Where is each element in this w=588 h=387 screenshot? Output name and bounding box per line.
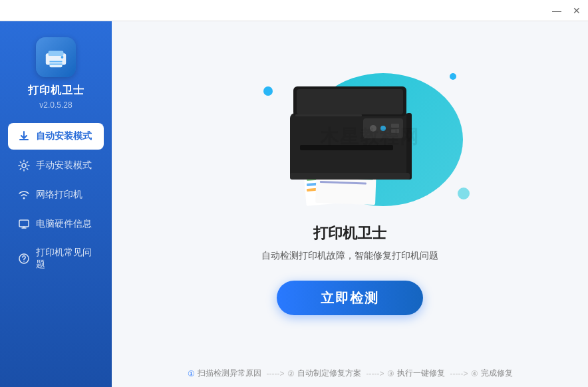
wifi-icon <box>17 188 31 201</box>
watermark: 木星教程网 <box>320 124 420 150</box>
nav-item-network-printer[interactable]: 网络打印机 <box>8 182 104 208</box>
sidebar-nav: 自动安装模式 手动安装模式 <box>0 123 112 277</box>
step-1: ① 扫描检测异常原因 -----> <box>188 368 287 379</box>
minimize-button[interactable]: — <box>551 5 563 17</box>
content-title: 打印机卫士 <box>313 223 386 243</box>
nav-label-auto-install: 自动安装模式 <box>36 130 92 142</box>
svg-rect-1 <box>49 51 64 57</box>
steps-bar: ① 扫描检测异常原因 -----> ② 自动制定修复方案 -----> ③ 执行… <box>112 368 588 379</box>
svg-point-6 <box>22 164 26 168</box>
step-3: ③ 执行一键修复 -----> <box>387 368 471 379</box>
nav-item-hardware-info[interactable]: 电脑硬件信息 <box>8 211 104 237</box>
decorative-dot-3 <box>458 188 470 199</box>
nav-item-auto-install[interactable]: 自动安装模式 <box>8 123 104 150</box>
content-description: 自动检测打印机故障，智能修复打印机问题 <box>261 250 438 262</box>
nav-item-manual-install[interactable]: 手动安装模式 <box>8 152 104 179</box>
svg-rect-3 <box>50 61 63 63</box>
svg-rect-31 <box>295 114 362 116</box>
app-version: v2.0.5.28 <box>39 100 72 110</box>
svg-rect-30 <box>290 173 410 180</box>
step-2: ② 自动制定修复方案 -----> <box>287 368 387 379</box>
nav-label-faq: 打印机常见问题 <box>36 247 94 271</box>
detect-button[interactable]: 立即检测 <box>277 281 423 315</box>
sidebar: 打印机卫士 v2.0.5.28 自动安装模式 <box>0 21 112 387</box>
svg-rect-22 <box>297 89 403 114</box>
nav-label-manual-install: 手动安装模式 <box>36 160 92 172</box>
main-layout: 打印机卫士 v2.0.5.28 自动安装模式 <box>0 21 588 387</box>
content-area: 木星教程网 打印机卫士 自动检测打印机故障，智能修复打印机问题 立即检测 ① 扫… <box>112 21 588 387</box>
printer-illustration: 木星教程网 <box>223 66 476 213</box>
help-icon <box>17 252 31 265</box>
close-button[interactable]: ✕ <box>571 5 583 17</box>
nav-label-network-printer: 网络打印机 <box>36 189 82 201</box>
app-title: 打印机卫士 <box>28 84 84 98</box>
svg-point-5 <box>61 56 64 59</box>
title-bar: — ✕ <box>0 0 588 21</box>
app-logo <box>36 37 76 77</box>
download-icon <box>17 130 31 143</box>
settings-icon <box>17 159 31 172</box>
step-4: ④ 完成修复 <box>471 368 513 379</box>
svg-rect-4 <box>50 64 63 65</box>
svg-point-10 <box>23 261 25 262</box>
nav-item-faq[interactable]: 打印机常见问题 <box>8 240 104 277</box>
svg-point-7 <box>23 197 25 199</box>
monitor-icon <box>17 217 31 231</box>
decorative-dot-2 <box>450 73 456 80</box>
nav-label-hardware-info: 电脑硬件信息 <box>36 218 92 230</box>
svg-rect-8 <box>19 220 29 227</box>
